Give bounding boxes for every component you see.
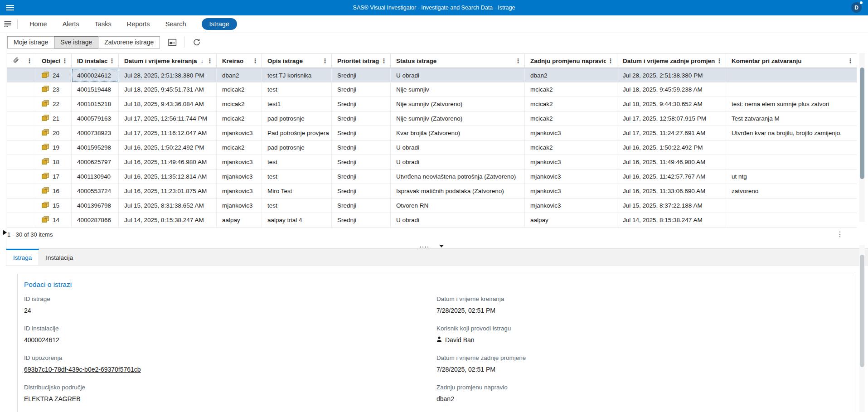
cell-installation-id[interactable]: 4001396798 [72,199,119,213]
cell-priority[interactable]: Srednji [332,141,391,155]
tab-instalacija[interactable]: Instalacija [39,249,80,265]
cell-status[interactable]: U obradi [391,213,525,227]
table-row[interactable]: 184000625797Jul 16, 2025, 11:49:46.980 A… [7,155,857,170]
column-menu-icon[interactable]: ⋮ [846,58,855,64]
cell-status[interactable]: Ispravak matičnih podataka (Zatvoreno) [391,184,525,198]
table-scrollbar[interactable] [859,53,865,222]
nav-item-home[interactable]: Home [29,20,47,28]
cell-attach[interactable] [7,111,36,126]
cell-modified-by[interactable]: mcicak2 [525,141,617,155]
cell-object[interactable]: 16 [36,184,72,198]
alert-id-link[interactable]: 693b7c10-78df-439c-b0e2-69370f5761cb [24,366,141,373]
detail-panel-icon[interactable] [168,39,177,46]
table-row[interactable]: 214000579163Jul 17, 2025, 12:56:11.744 P… [7,111,857,126]
cell-created-by[interactable]: dban2 [217,68,262,82]
table-row[interactable]: 174001130940Jul 16, 2025, 11:35:12.814 A… [7,170,857,184]
cell-description[interactable]: Pad potrošnje provjera [262,126,332,140]
filter-button-zatvorene-istrage[interactable]: Zatvorene istrage [98,36,160,48]
cell-installation-id[interactable]: 4001595298 [72,141,119,155]
cell-description[interactable]: test [262,199,332,213]
column-header-description[interactable]: Opis istrage⋮ [262,54,332,68]
cell-created-by[interactable]: mcicak2 [217,82,262,97]
cell-description[interactable]: test1 [262,97,332,111]
nav-item-tasks[interactable]: Tasks [95,20,112,28]
play-icon[interactable] [3,230,7,235]
column-header-attachments[interactable]: ⋮ [7,54,36,68]
column-menu-icon[interactable]: ⋮ [320,58,330,64]
column-menu-icon[interactable]: ⋮ [514,58,523,64]
cell-modified[interactable]: Jul 16, 2025, 11:49:46.980 AM [617,155,726,169]
cell-priority[interactable]: Srednji [332,155,391,169]
cell-description[interactable]: pad potrosnje [262,141,332,155]
cell-modified[interactable]: Jul 28, 2025, 2:51:38.380 PM [617,68,726,82]
cell-modified-by[interactable]: mjankovic3 [525,199,617,213]
table-row[interactable]: 154001396798Jul 15, 2025, 8:31:38.652 AM… [7,199,857,213]
cell-modified[interactable]: Jul 17, 2025, 12:58:07.915 PM [617,111,726,126]
cell-created-by[interactable]: mcicak2 [217,141,262,155]
cell-priority[interactable]: Srednji [332,97,391,111]
cell-created[interactable]: Jul 16, 2025, 11:49:46.980 AM [119,155,217,169]
cell-attach[interactable] [7,97,36,111]
cell-attach[interactable] [7,141,36,155]
cell-created-by[interactable]: mcicak2 [217,111,262,126]
column-header-installation-id[interactable]: ID instalacije⋮ [72,54,119,68]
column-header-priority[interactable]: Prioritet istrage⋮ [332,54,391,68]
cell-priority[interactable]: Srednji [332,126,391,140]
cell-closing-comment[interactable] [726,155,857,169]
cell-object[interactable]: 19 [36,141,72,155]
cell-modified[interactable]: Jul 14, 2025, 8:15:38.247 AM [617,213,726,227]
cell-description[interactable]: Miro Test [262,184,332,198]
splitter-caret-icon[interactable] [439,245,444,247]
column-menu-icon[interactable]: ⋮ [379,58,388,64]
cell-closing-comment[interactable] [726,82,857,97]
cell-attach[interactable] [7,170,36,184]
cell-priority[interactable]: Srednji [332,82,391,97]
cell-modified[interactable]: Jul 16, 2025, 11:42:57.767 AM [617,170,726,184]
footer-kebab-icon[interactable]: ⋮ [835,231,845,238]
column-header-status[interactable]: Status istrage⋮ [391,54,525,68]
nav-item-reports[interactable]: Reports [127,20,150,28]
cell-object[interactable]: 15 [36,199,72,213]
column-header-object[interactable]: Object⋮ [36,54,72,68]
nav-item-istrage-active[interactable]: Istrage [202,18,237,30]
cell-closing-comment[interactable]: test: nema elem sumnje plus zatvori [726,97,857,111]
table-scrollbar-thumb[interactable] [860,68,864,179]
nav-item-search[interactable]: Search [165,20,186,28]
cell-modified-by[interactable]: mcicak2 [525,82,617,97]
splitter-grip-icon[interactable] [420,247,428,248]
panel-scrollbar-thumb[interactable] [860,255,864,367]
cell-priority[interactable]: Srednji [332,68,391,82]
cell-object[interactable]: 20 [36,126,72,140]
cell-created-by[interactable]: mjankovic3 [217,199,262,213]
cell-created[interactable]: Jul 28, 2025, 2:51:38.380 PM [119,68,217,82]
column-header-modified-by[interactable]: Zadnju promjenu napravio⋮ [525,54,617,68]
cell-created-by[interactable]: mjankovic3 [217,184,262,198]
cell-status[interactable]: Nije sumnjiv [391,82,525,97]
cell-modified-by[interactable]: aalpay [525,213,617,227]
cell-installation-id[interactable]: 4000024612 [72,68,119,82]
cell-closing-comment[interactable]: Utvrđen kvar na brojilu, brojilo zamijen… [726,126,857,140]
column-header-created-by[interactable]: Kreirao⋮ [217,54,262,68]
cell-installation-id[interactable]: 4000738923 [72,126,119,140]
avatar[interactable]: D [851,2,862,13]
cell-created[interactable]: Jul 15, 2025, 8:31:38.652 AM [119,199,217,213]
table-row[interactable]: 224001015218Jul 18, 2025, 9:43:36.084 AM… [7,97,857,111]
cell-modified-by[interactable]: mjankovic3 [525,170,617,184]
cell-installation-id[interactable]: 4000625797 [72,155,119,169]
cell-priority[interactable]: Srednji [332,213,391,227]
cell-description[interactable]: test [262,82,332,97]
cell-object[interactable]: 22 [36,97,72,111]
cell-description[interactable]: pad potrosnje [262,111,332,126]
cell-description[interactable]: test TJ korisnika [262,68,332,82]
cell-installation-id[interactable]: 4000579163 [72,111,119,126]
column-header-closing-comment[interactable]: Komentar pri zatvaranju⋮ [726,54,857,68]
cell-closing-comment[interactable]: ut ntg [726,170,857,184]
cell-attach[interactable] [7,184,36,198]
column-menu-icon[interactable]: ⋮ [251,58,260,64]
column-menu-icon[interactable]: ⋮ [205,58,214,64]
filter-button-sve-istrage[interactable]: Sve istrage [54,36,98,48]
cell-modified-by[interactable]: dban2 [525,68,617,82]
table-row[interactable]: 164000553724Jul 16, 2025, 11:23:01.875 A… [7,184,857,199]
column-header-modified[interactable]: Datum i vrijeme zadnje promjene⋮ [617,54,726,68]
cell-created-by[interactable]: mjankovic3 [217,170,262,184]
